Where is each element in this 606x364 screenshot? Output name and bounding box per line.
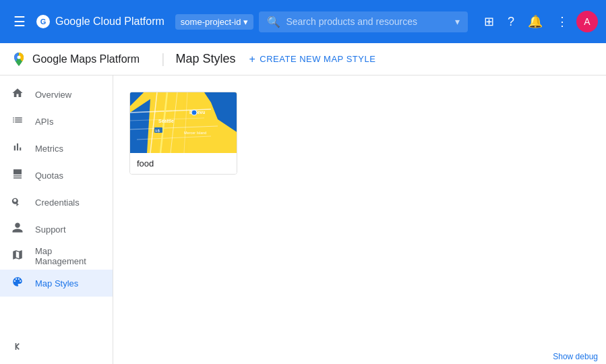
project-selector[interactable]: some-project-id ▾ [175,14,254,30]
apps-icon[interactable]: ⊞ [479,9,499,34]
home-icon [11,87,24,102]
brand-logo-area: Google Maps Platform [11,51,140,67]
sidebar-label-credentials: Credentials [35,198,80,208]
sidebar-item-quotas[interactable]: Quotas [0,162,113,189]
map-style-card-food[interactable]: Seattle Bellevu Mercer Island I-5 food [129,92,237,175]
sidebar-item-apis[interactable]: APIs [0,108,113,135]
search-input[interactable] [286,16,450,27]
create-new-map-style-button[interactable]: + CREATE NEW MAP STYLE [246,51,378,68]
page-title: Map Styles [175,52,235,66]
svg-text:Mercer Island: Mercer Island [184,131,206,135]
notifications-icon[interactable]: 🔔 [522,9,548,34]
sidebar-label-metrics: Metrics [35,144,63,154]
sidebar-label-overview: Overview [35,90,71,100]
map-thumbnail-food: Seattle Bellevu Mercer Island I-5 [130,92,237,153]
list-icon [11,114,24,129]
search-icon: 🔍 [267,16,280,28]
search-bar: 🔍 ▾ [259,11,468,32]
main-content: Seattle Bellevu Mercer Island I-5 food [113,75,606,364]
top-nav: ☰ G Google Cloud Platform some-project-i… [0,0,606,43]
sidebar-collapse-button[interactable] [0,334,113,359]
more-icon[interactable]: ⋮ [551,9,574,34]
sidebar-item-metrics[interactable]: Metrics [0,135,113,162]
sidebar-label-apis: APIs [35,117,53,127]
sidebar: Overview APIs Metrics Quotas Credentials [0,75,113,364]
svg-point-18 [191,110,197,115]
project-name: some-project-id [181,17,241,27]
google-logo: G [36,15,50,28]
map-style-label-food: food [130,153,237,174]
svg-text:I-5: I-5 [156,129,160,133]
map-svg: Seattle Bellevu Mercer Island I-5 [130,92,237,153]
avatar[interactable]: A [576,11,598,32]
plus-icon: + [249,53,255,65]
top-nav-actions: ⊞ ? 🔔 ⋮ A [479,9,598,34]
brand-name: Google Maps Platform [32,53,140,65]
sidebar-item-credentials[interactable]: Credentials [0,189,113,216]
key-icon [11,195,24,210]
app-title: Google Cloud Platform [55,16,164,28]
create-button-label: CREATE NEW MAP STYLE [260,54,375,64]
search-dropdown-icon[interactable]: ▾ [455,16,460,27]
sidebar-label-quotas: Quotas [35,171,63,181]
sub-nav: Google Maps Platform | Map Styles + CREA… [0,43,606,75]
bottom-bar: Show debug [545,349,606,364]
sub-nav-divider: | [161,51,164,67]
sidebar-item-map-management[interactable]: Map Management [0,243,113,270]
menu-icon[interactable]: ☰ [8,8,31,35]
main-layout: Overview APIs Metrics Quotas Credentials [0,75,606,364]
svg-text:Seattle: Seattle [158,119,174,123]
sidebar-item-map-styles[interactable]: Map Styles [0,270,113,297]
person-icon [11,222,24,237]
chevron-down-icon: ▾ [243,17,248,27]
show-debug-link[interactable]: Show debug [553,352,598,361]
sidebar-label-map-styles: Map Styles [35,278,78,289]
maps-logo-icon [11,51,27,67]
bar-chart-icon [11,141,24,156]
help-icon[interactable]: ? [502,9,520,34]
monitor-icon [11,168,24,183]
sidebar-item-overview[interactable]: Overview [0,81,113,108]
sidebar-item-support[interactable]: Support [0,216,113,243]
app-logo-area: G Google Cloud Platform [36,15,164,28]
map-management-icon [11,249,24,264]
sidebar-label-support: Support [35,224,66,235]
palette-icon [11,276,24,291]
sidebar-label-map-management: Map Management [35,246,102,266]
